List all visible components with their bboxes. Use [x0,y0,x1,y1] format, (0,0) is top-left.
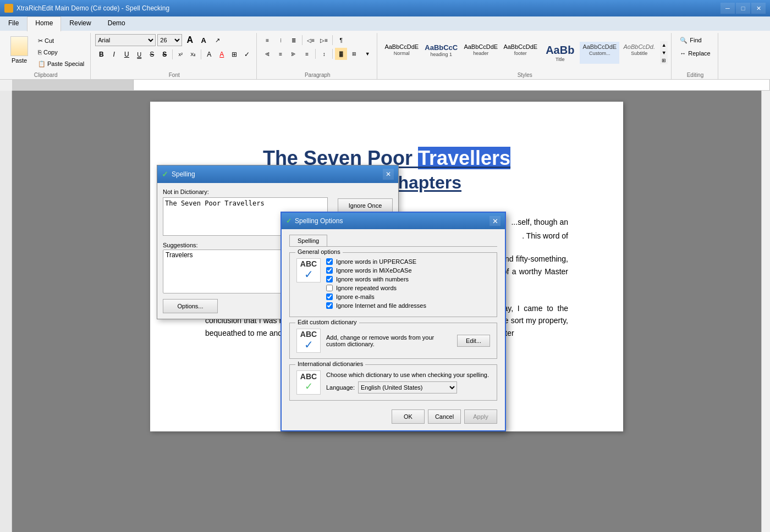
ignore-mixed-label: Ignore words in MiXeDcASe [336,267,412,274]
justify-button[interactable]: ≡ [301,48,313,60]
edit-dict-button[interactable]: Edit... [457,335,490,347]
language-row: Language: English (United States) [326,381,490,394]
options-dialog-close[interactable]: ✕ [490,216,501,226]
strikethrough-button[interactable]: S [146,48,158,60]
options-title-left: ✓ Spelling Options [286,217,343,225]
intl-dict-section: International dictionaries ABC ✓ Choose … [289,364,497,401]
window-title: XtraRichEdit Main Demo (C# code) - Spell… [16,4,169,12]
style-header[interactable]: AaBbCcDdE header [461,42,501,64]
cancel-button[interactable]: Cancel [428,409,461,424]
tab-home[interactable]: Home [27,16,61,31]
globe-icon: ✓ [305,380,313,392]
para-sep4 [332,49,333,59]
clipboard-group-content: Paste ✂ Cut ⎘ Copy 📋 Paste Special [4,34,87,71]
minimize-button[interactable]: ─ [721,3,735,14]
replace-button[interactable]: ↔ Replace [676,47,714,59]
tab-file[interactable]: File [0,16,27,31]
options-tabs: Spelling [289,235,497,247]
shading-button[interactable]: ▓ [335,48,347,60]
ignore-internet-checkbox[interactable] [326,302,333,309]
abc-dict-icon: ABC ✓ [296,329,321,353]
style-footer-label: footer [514,51,527,56]
custom-dict-label: Edit custom dictionary [295,319,359,325]
options-dialog-body: Spelling General options ABC ✓ Ignore wo… [282,229,505,430]
increase-indent-button[interactable]: ▷≡ [318,34,330,46]
style-normal[interactable]: AaBbCcDdE Normal [382,42,421,64]
cut-button[interactable]: ✂ Cut [35,35,87,46]
shrink-font-button[interactable]: A [197,34,210,46]
copy-button[interactable]: ⎘ Copy [35,47,87,58]
spell-button[interactable]: ✓ [241,48,253,60]
checkbox-email: Ignore e-mails [326,293,426,300]
align-center-button[interactable]: ≡ [274,48,287,60]
tab-demo[interactable]: Demo [100,16,134,31]
styles-scroll-up[interactable]: ▲ [660,41,668,49]
abc-intl-icon: ABC ✓ [296,370,321,395]
spelling-dialog-title-left: ✓ Spelling [162,170,195,179]
bold-button[interactable]: B [95,48,107,60]
ignore-uppercase-checkbox[interactable] [326,258,333,265]
intl-dict-desc: Choose which dictionary to use when chec… [326,372,490,378]
ignore-mixed-checkbox[interactable] [326,267,333,274]
vertical-scrollbar[interactable] [761,91,770,532]
border-button[interactable]: ⊞ [348,48,360,60]
font-dialog-button[interactable]: ↗ [211,34,223,46]
tab-spelling-options[interactable]: Spelling [289,235,327,246]
double-strikethrough-button[interactable]: S [158,48,170,60]
font-label: Font [95,71,253,78]
style-title[interactable]: AaBb Title [540,42,580,64]
align-right-button[interactable]: ⫸ [288,48,300,60]
checkbox-repeated: Ignore repeated words [326,285,426,291]
style-footer[interactable]: AaBbCcDdE footer [501,42,540,64]
ignore-once-button[interactable]: Ignore Once [338,198,393,213]
paste-button[interactable]: Paste [4,34,34,66]
abc-spell-icon: ABC ✓ [296,258,321,282]
ok-button[interactable]: OK [392,409,425,424]
font-name-select[interactable]: Arial [95,34,156,46]
align-left-button[interactable]: ⫷ [261,48,273,60]
grow-font-button[interactable]: A [184,34,196,46]
styles-expand[interactable]: ⊞ [660,57,668,64]
checkbox-list: Ignore words in UPPERCASE Ignore words i… [326,258,426,311]
ignore-email-checkbox[interactable] [326,293,333,300]
style-heading1[interactable]: AaBbCcC heading 1 [421,42,461,64]
highlight-button[interactable]: ⊞ [228,48,240,60]
apply-button[interactable]: Apply [464,409,497,424]
subscript-button[interactable]: X₂ [187,48,199,60]
paste-special-button[interactable]: 📋 Paste Special [35,58,87,69]
clear-format-button[interactable]: A [203,48,215,60]
ignore-repeated-checkbox[interactable] [326,285,333,291]
title-bar-controls[interactable]: ─ □ ✕ [721,3,766,14]
tab-review[interactable]: Review [61,16,99,31]
ignore-numbers-checkbox[interactable] [326,276,333,282]
numbered-list-button[interactable]: ⁝ [274,34,287,46]
spelling-options-dialog: ✓ Spelling Options ✕ Spelling General op… [280,212,506,431]
options-dialog-titlebar: ✓ Spelling Options ✕ [282,213,505,229]
underline-button[interactable]: U [120,48,133,60]
language-select[interactable]: English (United States) [358,381,457,394]
bullet-list-button[interactable]: ≡ [261,34,273,46]
style-header-preview: AaBbCcDdE [464,43,498,51]
double-underline-button[interactable]: U [133,48,145,60]
options-footer: OK Cancel Apply [289,406,497,425]
decrease-indent-button[interactable]: ◁≡ [305,34,317,46]
spelling-dialog-close[interactable]: ✕ [383,169,394,180]
italic-button[interactable]: I [108,48,120,60]
options-button[interactable]: Options... [163,299,218,313]
font-size-select[interactable]: 26 [157,34,182,46]
ribbon-tabs: File Home Review Demo [0,16,770,31]
style-subtitle[interactable]: AoBbCcDd. Subtitle [619,42,659,64]
maximize-button[interactable]: □ [736,3,750,14]
find-button[interactable]: 🔍 Find [676,34,714,46]
multilevel-list-button[interactable]: ≣ [288,34,300,46]
font-color-button[interactable]: A [216,48,228,60]
styles-scroll-down[interactable]: ▼ [660,49,668,57]
line-spacing-button[interactable]: ↕ [318,48,330,60]
para-sep1 [302,35,302,45]
superscript-button[interactable]: x² [174,48,186,60]
close-button[interactable]: ✕ [751,3,766,14]
para-arrow-button[interactable]: ▼ [361,48,373,60]
show-marks-button[interactable]: ¶ [335,34,347,46]
style-custom[interactable]: AaBbCcDdE Custom... [580,42,619,64]
clipboard-group: Paste ✂ Cut ⎘ Copy 📋 Paste Special [1,33,91,79]
